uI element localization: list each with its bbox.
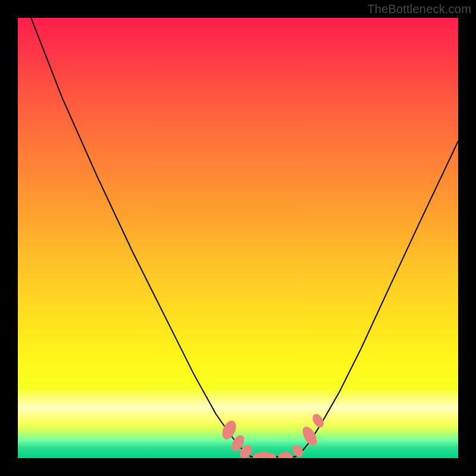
marker-m7 xyxy=(300,425,319,447)
chart-frame: TheBottleneck.com xyxy=(0,0,476,476)
watermark-text: TheBottleneck.com xyxy=(367,2,471,16)
plot-area xyxy=(18,18,458,458)
series-right-curve xyxy=(295,141,458,457)
marker-layer xyxy=(220,412,325,458)
series-left-curve xyxy=(31,18,251,457)
marker-m6 xyxy=(291,443,305,458)
marker-m5 xyxy=(278,452,293,458)
chart-svg xyxy=(18,18,458,458)
marker-m4 xyxy=(253,452,275,458)
curve-layer xyxy=(31,18,458,457)
